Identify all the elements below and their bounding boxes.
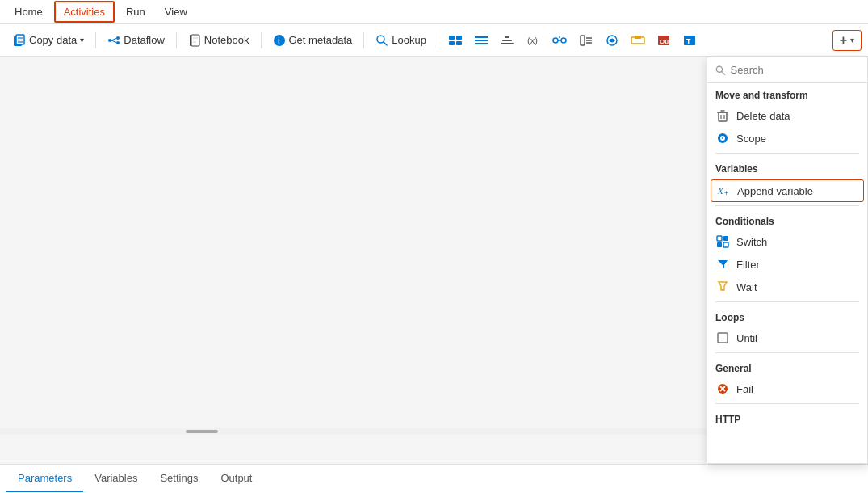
svg-text:T: T (686, 37, 691, 45)
svg-rect-60 (723, 242, 728, 247)
toolbar-sep-3 (261, 32, 262, 48)
tab-parameters[interactable]: Parameters (6, 466, 83, 492)
main-content: Move and transform Delete data (0, 57, 868, 464)
dataflow-label: Dataflow (124, 34, 165, 46)
until-icon (715, 331, 730, 345)
panel-item-scope[interactable]: Scope (707, 127, 867, 150)
toolbar-icon-14[interactable]: Outlook (652, 31, 676, 50)
section-header-http: HTTP (707, 407, 867, 428)
filter-icon (715, 257, 730, 272)
svg-rect-23 (475, 36, 488, 38)
menu-item-home[interactable]: Home (6, 2, 51, 21)
copy-data-dropdown-icon: ▾ (80, 36, 84, 44)
add-activity-button[interactable]: + ▾ (832, 30, 862, 51)
svg-rect-28 (501, 43, 514, 44)
toolbar-icon-8[interactable] (495, 31, 519, 50)
switch-icon (715, 234, 730, 249)
copy-data-icon (13, 34, 26, 47)
svg-point-6 (116, 36, 120, 40)
toolbar-sep-1 (95, 32, 96, 48)
svg-rect-27 (502, 40, 512, 41)
append-variable-icon: X + (716, 183, 731, 198)
svg-rect-19 (449, 36, 455, 40)
search-box (707, 57, 867, 83)
toolbar-icon-13[interactable] (626, 31, 650, 50)
svg-point-5 (108, 39, 111, 42)
append-variable-label: Append variable (737, 185, 813, 197)
delete-data-icon (715, 108, 730, 123)
toolbar-sep-2 (176, 32, 177, 48)
svg-rect-59 (717, 242, 722, 247)
panel-item-fail[interactable]: Fail (707, 377, 867, 400)
add-dropdown-icon: ▾ (850, 36, 854, 44)
tab-bar: Parameters Variables Settings Output (0, 464, 868, 493)
panel-item-switch[interactable]: Switch (707, 230, 867, 253)
svg-rect-22 (456, 41, 462, 45)
menu-item-run[interactable]: Run (118, 2, 153, 21)
panel-item-delete-data[interactable]: Delete data (707, 104, 867, 127)
svg-rect-24 (475, 40, 488, 41)
section-header-move-transform: Move and transform (707, 83, 867, 104)
svg-rect-58 (723, 236, 728, 241)
panel-item-wait[interactable]: Wait (707, 276, 867, 298)
get-metadata-label: Get metadata (289, 34, 353, 46)
svg-point-30 (553, 38, 558, 43)
divider-4 (715, 352, 859, 353)
menu-item-view[interactable]: View (157, 2, 195, 21)
svg-rect-25 (475, 43, 488, 44)
search-input[interactable] (731, 64, 859, 76)
divider-3 (715, 301, 859, 302)
horizontal-scrollbar[interactable] (0, 428, 707, 435)
delete-data-label: Delete data (736, 110, 790, 122)
panel-item-until[interactable]: Until (707, 327, 867, 349)
svg-rect-62 (718, 333, 728, 343)
section-header-variables: Variables (707, 157, 867, 178)
tab-variables[interactable]: Variables (83, 466, 149, 492)
filter-label: Filter (736, 259, 760, 271)
dataflow-icon (107, 34, 120, 47)
get-metadata-icon: i (273, 34, 286, 47)
menu-item-activities[interactable]: Activities (54, 1, 115, 23)
svg-line-18 (384, 42, 387, 45)
wait-icon (715, 280, 730, 294)
tab-settings[interactable]: Settings (149, 466, 209, 492)
toolbar-dataflow[interactable]: Dataflow (101, 31, 171, 50)
toolbar-icon-12[interactable] (600, 31, 624, 50)
toolbar-icon-15[interactable]: T (677, 31, 702, 50)
panel-item-append-variable[interactable]: X + Append variable (711, 179, 864, 202)
h-scroll-thumb[interactable] (186, 430, 218, 433)
svg-rect-61 (721, 289, 724, 290)
toolbar-icon-9[interactable]: (x) (521, 31, 545, 50)
tab-output[interactable]: Output (209, 466, 263, 492)
svg-rect-26 (505, 36, 509, 38)
divider-5 (715, 403, 859, 404)
svg-rect-57 (717, 236, 722, 241)
toolbar-icon-10[interactable] (547, 31, 572, 50)
svg-line-46 (722, 71, 725, 74)
wait-label: Wait (736, 281, 757, 293)
lookup-icon (375, 34, 388, 47)
panel-item-filter[interactable]: Filter (707, 253, 867, 276)
fail-label: Fail (736, 383, 753, 395)
toolbar: Copy data ▾ Dataflow N (0, 24, 868, 57)
search-icon (715, 65, 726, 76)
switch-label: Switch (736, 236, 767, 248)
toolbar-notebook[interactable]: Notebook (182, 31, 256, 50)
svg-rect-47 (719, 112, 727, 121)
toolbar-sep-4 (363, 32, 364, 48)
toolbar-icon-6[interactable] (443, 31, 468, 50)
toolbar-icon-11[interactable] (574, 31, 598, 50)
scope-label: Scope (736, 133, 766, 145)
toolbar-lookup[interactable]: Lookup (369, 31, 433, 50)
notebook-label: Notebook (204, 34, 249, 46)
svg-rect-40 (635, 36, 641, 39)
svg-point-54 (722, 137, 723, 139)
toolbar-get-metadata[interactable]: i Get metadata (266, 31, 359, 50)
divider-1 (715, 153, 859, 154)
copy-data-label: Copy data (29, 34, 77, 46)
svg-text:Outlook: Outlook (660, 38, 671, 45)
toolbar-copy-data[interactable]: Copy data ▾ (6, 31, 90, 50)
scope-icon (715, 131, 730, 145)
toolbar-icon-7[interactable] (469, 31, 493, 50)
svg-rect-20 (456, 36, 462, 40)
